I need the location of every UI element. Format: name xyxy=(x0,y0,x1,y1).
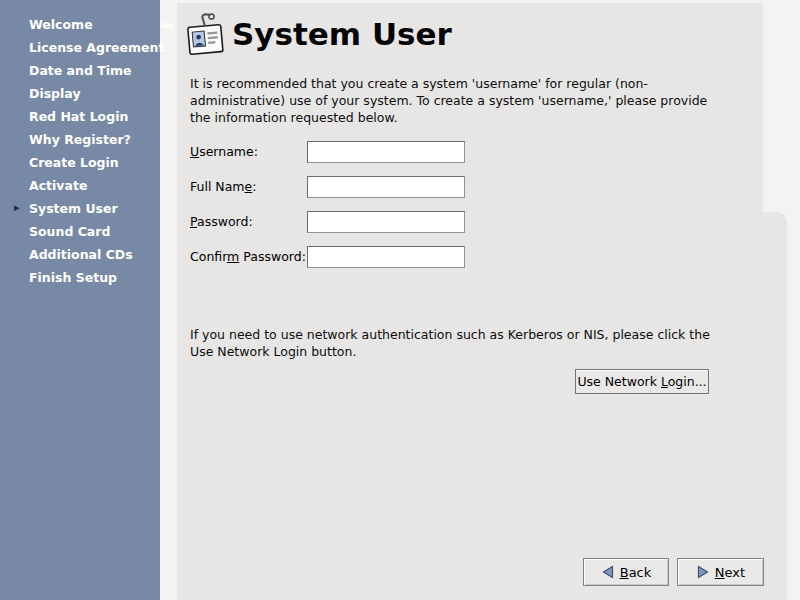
label-text: Confir xyxy=(190,249,227,264)
label-mnemonic: N xyxy=(715,565,725,580)
id-badge-icon xyxy=(185,11,225,59)
sidebar-item-label: Display xyxy=(29,86,81,101)
network-auth-paragraph: If you need to use network authenticatio… xyxy=(190,326,710,360)
label-text: ack xyxy=(629,565,652,580)
password-field[interactable] xyxy=(307,211,465,233)
page-title: System User xyxy=(232,16,452,52)
username-label: Username: xyxy=(190,141,258,163)
sidebar-item-activate: Activate xyxy=(0,174,160,197)
label-mnemonic: P xyxy=(190,214,197,229)
sidebar-item-date-and-time: Date and Time xyxy=(0,59,160,82)
network-auth-line: If you need to use network authenticatio… xyxy=(190,326,710,343)
sidebar-item-finish-setup: Finish Setup xyxy=(0,266,160,289)
button-label: Next xyxy=(715,565,745,580)
confirm-password-field[interactable] xyxy=(307,246,465,268)
sidebar-item-label: Create Login xyxy=(29,155,119,170)
content-panel-bottom xyxy=(177,212,787,600)
sidebar-item-create-login: Create Login xyxy=(0,151,160,174)
network-auth-line: Use Network Login button. xyxy=(190,343,710,360)
sidebar-item-red-hat-login: Red Hat Login xyxy=(0,105,160,128)
label-mnemonic: U xyxy=(190,144,199,159)
arrow-left-icon xyxy=(601,565,615,579)
button-label: Back xyxy=(620,565,652,580)
sidebar-item-label: Sound Card xyxy=(29,224,110,239)
current-step-arrow-icon: ▸ xyxy=(14,197,20,220)
sidebar-item-label: Activate xyxy=(29,178,87,193)
label-text: ext xyxy=(725,565,746,580)
intro-line: It is recommended that you create a syst… xyxy=(190,75,707,92)
full-name-field[interactable] xyxy=(307,176,465,198)
sidebar-item-label: Welcome xyxy=(29,17,93,32)
label-text: : xyxy=(252,179,256,194)
sidebar-item-system-user: ▸ System User xyxy=(0,197,160,220)
full-name-label: Full Name: xyxy=(190,176,256,198)
pane-grip-handle[interactable] xyxy=(161,23,174,28)
sidebar-item-sound-card: Sound Card xyxy=(0,220,160,243)
button-label: Use Network Login... xyxy=(577,374,706,389)
sidebar-item-label: System User xyxy=(29,201,118,216)
sidebar-item-additional-cds: Additional CDs xyxy=(0,243,160,266)
password-label: Password: xyxy=(190,211,253,233)
sidebar-item-license-agreement: License Agreement xyxy=(0,36,160,59)
intro-line: administrative) use of your system. To c… xyxy=(190,92,707,109)
sidebar-item-label: Red Hat Login xyxy=(29,109,128,124)
sidebar-item-label: Date and Time xyxy=(29,63,132,78)
label-mnemonic: L xyxy=(661,374,668,389)
username-field[interactable] xyxy=(307,141,465,163)
sidebar-item-label: Why Register? xyxy=(29,132,131,147)
sidebar-item-label: Finish Setup xyxy=(29,270,117,285)
use-network-login-button[interactable]: Use Network Login... xyxy=(575,369,709,394)
firstboot-window: { "colors": { "sidebar_bg": "#7889a5", "… xyxy=(0,0,800,600)
label-text: assword: xyxy=(197,214,253,229)
label-text: Use Network xyxy=(577,374,661,389)
intro-line: the information requested below. xyxy=(190,109,707,126)
steps-list: Welcome License Agreement Date and Time … xyxy=(0,0,160,289)
sidebar-item-label: License Agreement xyxy=(29,40,164,55)
confirm-password-label: Confirm Password: xyxy=(190,246,306,268)
label-text: Full Nam xyxy=(190,179,245,194)
steps-sidebar: Welcome License Agreement Date and Time … xyxy=(0,0,160,600)
label-text: Password: xyxy=(239,249,306,264)
sidebar-item-welcome: Welcome xyxy=(0,13,160,36)
sidebar-item-display: Display xyxy=(0,82,160,105)
label-mnemonic: m xyxy=(227,249,239,264)
sidebar-item-why-register: Why Register? xyxy=(0,128,160,151)
back-button[interactable]: Back xyxy=(583,558,669,586)
label-text: sername: xyxy=(199,144,258,159)
next-button[interactable]: Next xyxy=(677,558,764,586)
intro-paragraph: It is recommended that you create a syst… xyxy=(190,75,707,126)
label-text: ogin... xyxy=(668,374,707,389)
label-mnemonic: B xyxy=(620,565,629,580)
arrow-right-icon xyxy=(696,565,710,579)
sidebar-item-label: Additional CDs xyxy=(29,247,133,262)
